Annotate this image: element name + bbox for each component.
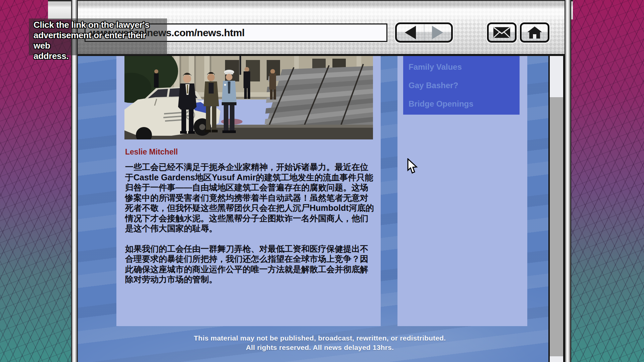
sidebar-link-bridge-openings[interactable]: Bridge Openings — [409, 96, 520, 114]
back-button[interactable] — [397, 24, 424, 41]
sidebar-link-box: Family Values Gay Basher? Bridge Opening… — [403, 56, 520, 115]
footer-line: This material may not be published, broa… — [91, 334, 548, 343]
sidebar-link-gay-basher[interactable]: Gay Basher? — [409, 77, 520, 96]
scrollbar-end — [550, 356, 563, 362]
home-icon — [527, 26, 543, 39]
mail-button[interactable] — [487, 22, 517, 43]
article-paragraph: 如果我们的工会任由一群舞刀弄枪、对最低工资和医疗保健提出不合理要求的暴徒们所把持… — [125, 244, 375, 285]
forward-button[interactable] — [424, 24, 451, 41]
lamppost — [239, 56, 241, 75]
article-body: 一些工会已经不满足于扼杀企业家精神，开始诉诸暴力。最近在位于Castle Gar… — [125, 162, 375, 285]
scrollbar-track[interactable] — [548, 56, 565, 362]
page-background: Leslie Mitchell 一些工会已经不满足于扼杀企业家精神，开始诉诸暴力… — [78, 56, 548, 362]
footer-line: All rights reserved. All news delayed 13… — [91, 343, 548, 352]
article-byline: Leslie Mitchell — [125, 147, 178, 157]
back-arrow-icon — [405, 26, 416, 39]
forward-arrow-icon — [432, 26, 443, 39]
home-button[interactable] — [520, 22, 549, 43]
window-frame-right — [565, 0, 571, 362]
mouse-cursor — [407, 158, 419, 174]
scrollbar-thumb[interactable] — [550, 56, 563, 97]
help-tooltip: Click the link on the lawyer's advertise… — [29, 18, 167, 55]
tooltip-line: advertisement or enter their web — [34, 30, 162, 51]
decor-border-right — [570, 0, 644, 362]
envelope-icon — [493, 27, 511, 38]
sidebar-link-family-values[interactable]: Family Values — [409, 59, 520, 77]
article-photo — [124, 56, 373, 139]
nav-button-group — [395, 22, 453, 43]
page-footer: This material may not be published, broa… — [91, 334, 548, 352]
article-paragraph: 一些工会已经不满足于扼杀企业家精神，开始诉诸暴力。最近在位于Castle Gar… — [125, 162, 375, 234]
tooltip-line: Click the link on the lawyer's — [34, 20, 162, 30]
tooltip-line: address. — [34, 51, 162, 61]
